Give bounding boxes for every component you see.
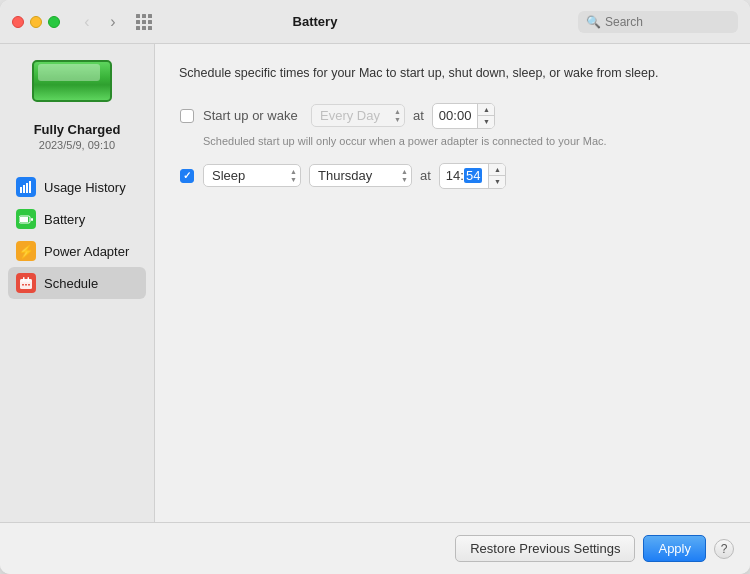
sleep-time-hours: 14 [446, 168, 460, 183]
svg-rect-6 [31, 218, 33, 221]
minimize-button[interactable] [30, 16, 42, 28]
startup-row: Start up or wake Every Day ▲ ▼ at 00:00 [179, 103, 726, 129]
search-input[interactable] [605, 15, 725, 29]
svg-rect-12 [25, 284, 27, 286]
power-adapter-icon: ⚡ [16, 241, 36, 261]
close-button[interactable] [12, 16, 24, 28]
sleep-time-down[interactable]: ▼ [489, 176, 505, 188]
sidebar-item-label: Schedule [44, 276, 98, 291]
sidebar-item-power-adapter[interactable]: ⚡ Power Adapter [8, 235, 146, 267]
sidebar-item-schedule[interactable]: Schedule [8, 267, 146, 299]
sleep-checkbox[interactable] [180, 169, 194, 183]
startup-time-spinner: ▲ ▼ [477, 104, 494, 128]
battery-status-label: Fully Charged [34, 122, 121, 137]
svg-rect-1 [23, 185, 25, 193]
content-panel: Schedule specific times for your Mac to … [155, 44, 750, 522]
sleep-day-select-wrap: Thursday Every Day Monday Tuesday Wednes… [309, 164, 412, 187]
battery-date: 2023/5/9, 09:10 [39, 139, 115, 151]
sleep-time-input: 14:54 ▲ ▼ [439, 163, 507, 189]
battery-icon-wrap [32, 60, 122, 110]
svg-rect-11 [22, 284, 24, 286]
usage-history-icon [16, 177, 36, 197]
bottom-bar: Restore Previous Settings Apply ? [0, 522, 750, 574]
startup-day-select[interactable]: Every Day [311, 104, 405, 127]
sleep-time-minutes[interactable]: 54 [464, 168, 482, 183]
svg-rect-2 [26, 183, 28, 193]
svg-rect-8 [20, 279, 32, 282]
startup-checkbox[interactable] [180, 109, 194, 123]
battery-shine [38, 64, 100, 81]
startup-time-down[interactable]: ▼ [478, 116, 494, 128]
battery-nav-icon [16, 209, 36, 229]
sidebar-item-label: Power Adapter [44, 244, 129, 259]
sidebar: Fully Charged 2023/5/9, 09:10 Usage Hist… [0, 44, 155, 522]
main-content: Fully Charged 2023/5/9, 09:10 Usage Hist… [0, 44, 750, 522]
help-button[interactable]: ? [714, 539, 734, 559]
svg-rect-0 [20, 187, 22, 193]
schedule-icon [16, 273, 36, 293]
sleep-day-select[interactable]: Thursday Every Day Monday Tuesday Wednes… [309, 164, 412, 187]
svg-rect-3 [29, 181, 31, 193]
svg-rect-10 [28, 277, 30, 281]
sleep-time-spinner: ▲ ▼ [488, 164, 505, 188]
sleep-checkbox-wrap [179, 168, 195, 184]
apply-button[interactable]: Apply [643, 535, 706, 562]
sleep-action-select[interactable]: Sleep Shut Down Wake [203, 164, 301, 187]
svg-rect-5 [20, 217, 28, 222]
sleep-at-label: at [420, 168, 431, 183]
search-icon: 🔍 [586, 15, 601, 29]
startup-hint: Scheduled start up will only occur when … [203, 135, 703, 147]
startup-time-display: 00:00 [433, 105, 478, 126]
sleep-row: Sleep Shut Down Wake ▲ ▼ Thursday Every … [179, 163, 726, 189]
sleep-time-display: 14:54 [440, 165, 489, 186]
sleep-time-up[interactable]: ▲ [489, 164, 505, 176]
svg-rect-13 [28, 284, 30, 286]
sleep-action-select-wrap: Sleep Shut Down Wake ▲ ▼ [203, 164, 301, 187]
startup-time-input: 00:00 ▲ ▼ [432, 103, 496, 129]
startup-label: Start up or wake [203, 108, 303, 123]
sidebar-item-label: Battery [44, 212, 85, 227]
description-text: Schedule specific times for your Mac to … [179, 64, 699, 83]
startup-checkbox-wrap [179, 108, 195, 124]
sidebar-nav: Usage History Battery ⚡ [0, 171, 154, 299]
restore-previous-settings-button[interactable]: Restore Previous Settings [455, 535, 635, 562]
sidebar-item-label: Usage History [44, 180, 126, 195]
startup-time-up[interactable]: ▲ [478, 104, 494, 116]
svg-rect-9 [23, 277, 25, 281]
sidebar-item-battery[interactable]: Battery [8, 203, 146, 235]
search-box[interactable]: 🔍 [578, 11, 738, 33]
sidebar-item-usage-history[interactable]: Usage History [8, 171, 146, 203]
window-title: Battery [52, 14, 578, 29]
battery-icon [32, 60, 112, 102]
startup-at-label: at [413, 108, 424, 123]
startup-day-select-wrap: Every Day ▲ ▼ [311, 104, 405, 127]
titlebar: ‹ › Battery 🔍 [0, 0, 750, 44]
startup-time-value: 00:00 [439, 108, 472, 123]
window: ‹ › Battery 🔍 [0, 0, 750, 574]
